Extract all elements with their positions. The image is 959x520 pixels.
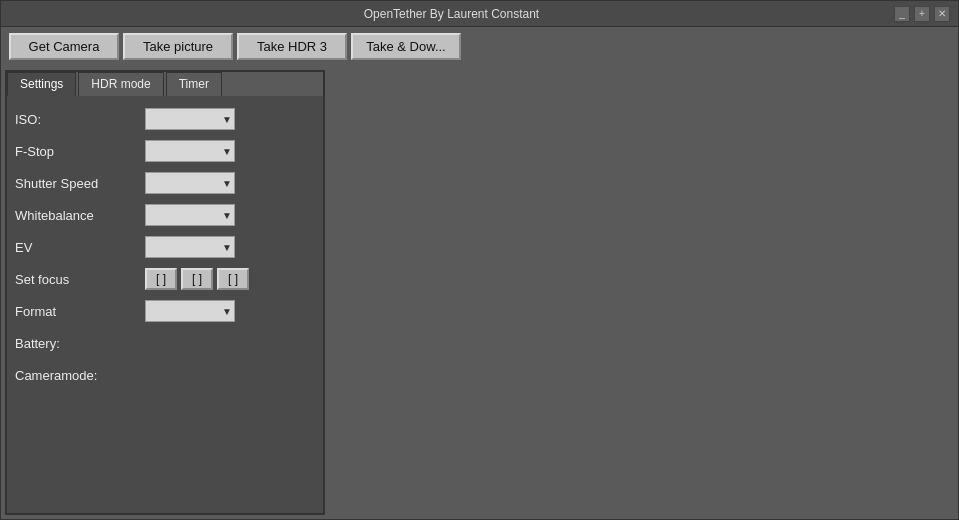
set-focus-row: Set focus [ ] [ ] [ ] bbox=[15, 264, 315, 294]
settings-content: ISO: F-Stop bbox=[7, 96, 323, 398]
ev-row: EV bbox=[15, 232, 315, 262]
fstop-select[interactable] bbox=[145, 140, 235, 162]
whitebalance-select-wrapper bbox=[145, 204, 235, 226]
get-camera-button[interactable]: Get Camera bbox=[9, 33, 119, 60]
take-picture-button[interactable]: Take picture bbox=[123, 33, 233, 60]
battery-label: Battery: bbox=[15, 336, 145, 351]
fstop-label: F-Stop bbox=[15, 144, 145, 159]
iso-select[interactable] bbox=[145, 108, 235, 130]
battery-row: Battery: bbox=[15, 328, 315, 358]
shutter-speed-label: Shutter Speed bbox=[15, 176, 145, 191]
tab-hdr-mode[interactable]: HDR mode bbox=[78, 72, 163, 96]
ev-select[interactable] bbox=[145, 236, 235, 258]
close-button[interactable]: ✕ bbox=[934, 6, 950, 22]
shutter-speed-select-wrapper bbox=[145, 172, 235, 194]
fstop-select-wrapper bbox=[145, 140, 235, 162]
iso-label: ISO: bbox=[15, 112, 145, 127]
focus-button-2[interactable]: [ ] bbox=[181, 268, 213, 290]
toolbar: Get Camera Take picture Take HDR 3 Take … bbox=[1, 27, 958, 66]
camera-mode-label: Cameramode: bbox=[15, 368, 145, 383]
shutter-speed-row: Shutter Speed bbox=[15, 168, 315, 198]
tab-timer[interactable]: Timer bbox=[166, 72, 222, 96]
iso-select-wrapper bbox=[145, 108, 235, 130]
right-area bbox=[329, 66, 958, 519]
minimize-button[interactable]: _ bbox=[894, 6, 910, 22]
content-area: Settings HDR mode Timer ISO: bbox=[1, 66, 958, 519]
focus-button-1[interactable]: [ ] bbox=[145, 268, 177, 290]
whitebalance-select[interactable] bbox=[145, 204, 235, 226]
shutter-speed-select[interactable] bbox=[145, 172, 235, 194]
window-title: OpenTether By Laurent Constant bbox=[9, 7, 894, 21]
take-and-download-button[interactable]: Take & Dow... bbox=[351, 33, 461, 60]
format-row: Format bbox=[15, 296, 315, 326]
maximize-button[interactable]: + bbox=[914, 6, 930, 22]
tab-bar: Settings HDR mode Timer bbox=[7, 72, 323, 96]
take-hdr-button[interactable]: Take HDR 3 bbox=[237, 33, 347, 60]
main-window: OpenTether By Laurent Constant _ + ✕ Get… bbox=[0, 0, 959, 520]
ev-select-wrapper bbox=[145, 236, 235, 258]
focus-buttons: [ ] [ ] [ ] bbox=[145, 268, 249, 290]
settings-panel: Settings HDR mode Timer ISO: bbox=[5, 70, 325, 515]
format-select[interactable] bbox=[145, 300, 235, 322]
iso-row: ISO: bbox=[15, 104, 315, 134]
whitebalance-label: Whitebalance bbox=[15, 208, 145, 223]
camera-mode-row: Cameramode: bbox=[15, 360, 315, 390]
fstop-row: F-Stop bbox=[15, 136, 315, 166]
title-bar: OpenTether By Laurent Constant _ + ✕ bbox=[1, 1, 958, 27]
set-focus-label: Set focus bbox=[15, 272, 145, 287]
format-label: Format bbox=[15, 304, 145, 319]
window-controls: _ + ✕ bbox=[894, 6, 950, 22]
whitebalance-row: Whitebalance bbox=[15, 200, 315, 230]
format-select-wrapper bbox=[145, 300, 235, 322]
focus-button-3[interactable]: [ ] bbox=[217, 268, 249, 290]
ev-label: EV bbox=[15, 240, 145, 255]
tab-settings[interactable]: Settings bbox=[7, 72, 76, 96]
